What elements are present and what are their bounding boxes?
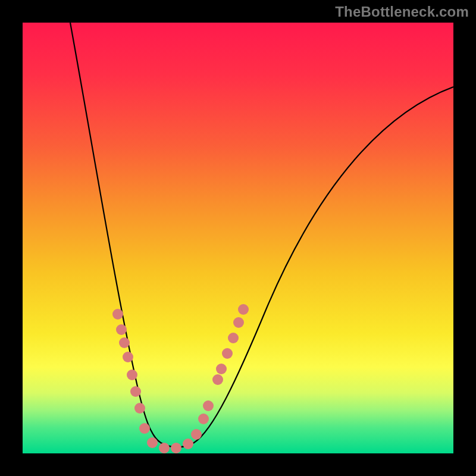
chart-frame: TheBottleneck.com [0,0,476,476]
marker-dot [198,414,209,424]
marker-dot [147,437,158,448]
marker-dot [222,348,233,359]
marker-dot [212,374,223,385]
marker-dot [127,369,137,380]
marker-dot [238,304,249,315]
marker-dot [130,386,141,397]
marker-dot [119,337,130,348]
plot-area [23,23,453,453]
marker-dot [139,423,150,434]
marker-dot [123,352,133,362]
marker-dot [116,324,127,335]
bottleneck-curve [70,23,453,447]
marker-dot [159,443,170,453]
marker-dot [216,364,227,374]
marker-dot [203,400,214,411]
marker-dot [171,443,181,453]
marker-dot [112,309,123,320]
marker-dot [233,317,244,328]
marker-dot [183,439,193,449]
marker-dot [191,429,202,440]
watermark-text: TheBottleneck.com [335,4,469,20]
marker-dot [134,403,145,414]
curve-layer [23,23,453,453]
highlighted-markers [112,304,249,453]
marker-dot [228,333,239,343]
